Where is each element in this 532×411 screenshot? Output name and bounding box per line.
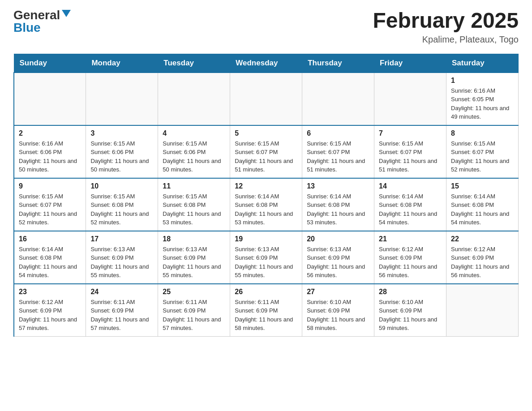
calendar-day-cell: 6Sunrise: 6:15 AMSunset: 6:07 PMDaylight… bbox=[302, 125, 374, 178]
calendar-day-cell bbox=[14, 73, 86, 125]
day-info: Sunrise: 6:11 AMSunset: 6:09 PMDaylight:… bbox=[90, 298, 153, 333]
day-number: 27 bbox=[307, 288, 369, 296]
calendar-day-cell bbox=[158, 73, 230, 125]
day-info: Sunrise: 6:13 AMSunset: 6:09 PMDaylight:… bbox=[235, 245, 297, 280]
calendar-day-cell: 1Sunrise: 6:16 AMSunset: 6:05 PMDaylight… bbox=[446, 73, 519, 125]
day-info: Sunrise: 6:15 AMSunset: 6:06 PMDaylight:… bbox=[90, 139, 153, 174]
calendar-day-cell: 10Sunrise: 6:15 AMSunset: 6:08 PMDayligh… bbox=[86, 178, 158, 231]
day-number: 13 bbox=[307, 182, 369, 190]
calendar-day-cell: 25Sunrise: 6:11 AMSunset: 6:09 PMDayligh… bbox=[158, 284, 230, 337]
day-info: Sunrise: 6:15 AMSunset: 6:07 PMDaylight:… bbox=[235, 139, 297, 174]
day-number: 1 bbox=[451, 77, 514, 85]
calendar-week-row: 9Sunrise: 6:15 AMSunset: 6:07 PMDaylight… bbox=[14, 178, 519, 231]
calendar-day-cell: 27Sunrise: 6:10 AMSunset: 6:09 PMDayligh… bbox=[302, 284, 374, 337]
day-number: 11 bbox=[163, 182, 225, 190]
calendar-week-row: 1Sunrise: 6:16 AMSunset: 6:05 PMDaylight… bbox=[14, 73, 519, 125]
calendar-week-row: 2Sunrise: 6:16 AMSunset: 6:06 PMDaylight… bbox=[14, 125, 519, 178]
calendar-day-cell: 15Sunrise: 6:14 AMSunset: 6:08 PMDayligh… bbox=[446, 178, 519, 231]
calendar-day-cell bbox=[86, 73, 158, 125]
day-number: 20 bbox=[307, 235, 369, 243]
day-info: Sunrise: 6:15 AMSunset: 6:07 PMDaylight:… bbox=[451, 139, 514, 174]
day-info: Sunrise: 6:15 AMSunset: 6:07 PMDaylight:… bbox=[19, 192, 81, 227]
day-number: 18 bbox=[163, 235, 225, 243]
calendar-day-cell: 12Sunrise: 6:14 AMSunset: 6:08 PMDayligh… bbox=[230, 178, 302, 231]
day-info: Sunrise: 6:11 AMSunset: 6:09 PMDaylight:… bbox=[163, 298, 225, 333]
calendar-day-cell: 9Sunrise: 6:15 AMSunset: 6:07 PMDaylight… bbox=[14, 178, 86, 231]
calendar-day-cell: 26Sunrise: 6:11 AMSunset: 6:09 PMDayligh… bbox=[230, 284, 302, 337]
day-info: Sunrise: 6:16 AMSunset: 6:06 PMDaylight:… bbox=[19, 139, 81, 174]
logo-general: General bbox=[13, 9, 60, 21]
calendar-day-cell: 13Sunrise: 6:14 AMSunset: 6:08 PMDayligh… bbox=[302, 178, 374, 231]
weekday-header-friday: Friday bbox=[374, 54, 446, 73]
calendar-day-cell: 21Sunrise: 6:12 AMSunset: 6:09 PMDayligh… bbox=[374, 231, 446, 284]
day-number: 15 bbox=[451, 182, 514, 190]
day-number: 10 bbox=[90, 182, 153, 190]
weekday-header-tuesday: Tuesday bbox=[158, 54, 230, 73]
calendar-day-cell: 2Sunrise: 6:16 AMSunset: 6:06 PMDaylight… bbox=[14, 125, 86, 178]
day-info: Sunrise: 6:12 AMSunset: 6:09 PMDaylight:… bbox=[379, 245, 442, 280]
day-number: 12 bbox=[235, 182, 297, 190]
calendar-day-cell: 14Sunrise: 6:14 AMSunset: 6:08 PMDayligh… bbox=[374, 178, 446, 231]
calendar-day-cell bbox=[230, 73, 302, 125]
calendar-day-cell bbox=[302, 73, 374, 125]
day-number: 14 bbox=[379, 182, 442, 190]
calendar-day-cell: 24Sunrise: 6:11 AMSunset: 6:09 PMDayligh… bbox=[86, 284, 158, 337]
calendar-day-cell: 8Sunrise: 6:15 AMSunset: 6:07 PMDaylight… bbox=[446, 125, 519, 178]
day-number: 9 bbox=[19, 182, 81, 190]
logo: General Blue bbox=[13, 9, 71, 34]
day-info: Sunrise: 6:10 AMSunset: 6:09 PMDaylight:… bbox=[307, 298, 369, 333]
day-info: Sunrise: 6:15 AMSunset: 6:08 PMDaylight:… bbox=[163, 192, 225, 227]
day-number: 2 bbox=[19, 129, 81, 137]
day-number: 25 bbox=[163, 288, 225, 296]
day-info: Sunrise: 6:12 AMSunset: 6:09 PMDaylight:… bbox=[451, 245, 514, 280]
day-number: 21 bbox=[379, 235, 442, 243]
calendar-day-cell: 3Sunrise: 6:15 AMSunset: 6:06 PMDaylight… bbox=[86, 125, 158, 178]
day-info: Sunrise: 6:15 AMSunset: 6:07 PMDaylight:… bbox=[379, 139, 442, 174]
day-info: Sunrise: 6:15 AMSunset: 6:08 PMDaylight:… bbox=[90, 192, 153, 227]
day-number: 22 bbox=[451, 235, 514, 243]
calendar-day-cell bbox=[446, 284, 519, 337]
day-number: 3 bbox=[90, 129, 153, 137]
day-info: Sunrise: 6:14 AMSunset: 6:08 PMDaylight:… bbox=[307, 192, 369, 227]
day-number: 23 bbox=[19, 288, 81, 296]
calendar-day-cell: 7Sunrise: 6:15 AMSunset: 6:07 PMDaylight… bbox=[374, 125, 446, 178]
weekday-header-thursday: Thursday bbox=[302, 54, 374, 73]
day-number: 28 bbox=[379, 288, 442, 296]
calendar-week-row: 16Sunrise: 6:14 AMSunset: 6:08 PMDayligh… bbox=[14, 231, 519, 284]
calendar-day-cell: 17Sunrise: 6:13 AMSunset: 6:09 PMDayligh… bbox=[86, 231, 158, 284]
day-info: Sunrise: 6:13 AMSunset: 6:09 PMDaylight:… bbox=[307, 245, 369, 280]
day-number: 16 bbox=[19, 235, 81, 243]
day-info: Sunrise: 6:15 AMSunset: 6:07 PMDaylight:… bbox=[307, 139, 369, 174]
calendar-day-cell: 16Sunrise: 6:14 AMSunset: 6:08 PMDayligh… bbox=[14, 231, 86, 284]
calendar-day-cell: 22Sunrise: 6:12 AMSunset: 6:09 PMDayligh… bbox=[446, 231, 519, 284]
calendar-week-row: 23Sunrise: 6:12 AMSunset: 6:09 PMDayligh… bbox=[14, 284, 519, 337]
day-info: Sunrise: 6:14 AMSunset: 6:08 PMDaylight:… bbox=[19, 245, 81, 280]
day-info: Sunrise: 6:16 AMSunset: 6:05 PMDaylight:… bbox=[451, 86, 514, 121]
weekday-header-wednesday: Wednesday bbox=[230, 54, 302, 73]
day-info: Sunrise: 6:15 AMSunset: 6:06 PMDaylight:… bbox=[163, 139, 225, 174]
title-block: February 2025 Kpalime, Plateaux, Togo bbox=[373, 9, 519, 45]
calendar-day-cell: 19Sunrise: 6:13 AMSunset: 6:09 PMDayligh… bbox=[230, 231, 302, 284]
day-info: Sunrise: 6:10 AMSunset: 6:09 PMDaylight:… bbox=[379, 298, 442, 333]
calendar-day-cell: 28Sunrise: 6:10 AMSunset: 6:09 PMDayligh… bbox=[374, 284, 446, 337]
day-info: Sunrise: 6:13 AMSunset: 6:09 PMDaylight:… bbox=[90, 245, 153, 280]
day-number: 4 bbox=[163, 129, 225, 137]
calendar-day-cell: 20Sunrise: 6:13 AMSunset: 6:09 PMDayligh… bbox=[302, 231, 374, 284]
calendar-day-cell bbox=[374, 73, 446, 125]
day-info: Sunrise: 6:11 AMSunset: 6:09 PMDaylight:… bbox=[235, 298, 297, 333]
calendar-title: February 2025 bbox=[373, 9, 519, 33]
day-number: 7 bbox=[379, 129, 442, 137]
day-number: 24 bbox=[90, 288, 153, 296]
day-info: Sunrise: 6:14 AMSunset: 6:08 PMDaylight:… bbox=[379, 192, 442, 227]
day-info: Sunrise: 6:14 AMSunset: 6:08 PMDaylight:… bbox=[235, 192, 297, 227]
calendar-day-cell: 11Sunrise: 6:15 AMSunset: 6:08 PMDayligh… bbox=[158, 178, 230, 231]
page-header: General Blue February 2025 Kpalime, Plat… bbox=[13, 9, 519, 45]
day-number: 17 bbox=[90, 235, 153, 243]
day-number: 19 bbox=[235, 235, 297, 243]
calendar-day-cell: 18Sunrise: 6:13 AMSunset: 6:09 PMDayligh… bbox=[158, 231, 230, 284]
calendar-day-cell: 5Sunrise: 6:15 AMSunset: 6:07 PMDaylight… bbox=[230, 125, 302, 178]
day-number: 5 bbox=[235, 129, 297, 137]
weekday-header-row: SundayMondayTuesdayWednesdayThursdayFrid… bbox=[14, 54, 519, 73]
day-info: Sunrise: 6:13 AMSunset: 6:09 PMDaylight:… bbox=[163, 245, 225, 280]
calendar-day-cell: 23Sunrise: 6:12 AMSunset: 6:09 PMDayligh… bbox=[14, 284, 86, 337]
